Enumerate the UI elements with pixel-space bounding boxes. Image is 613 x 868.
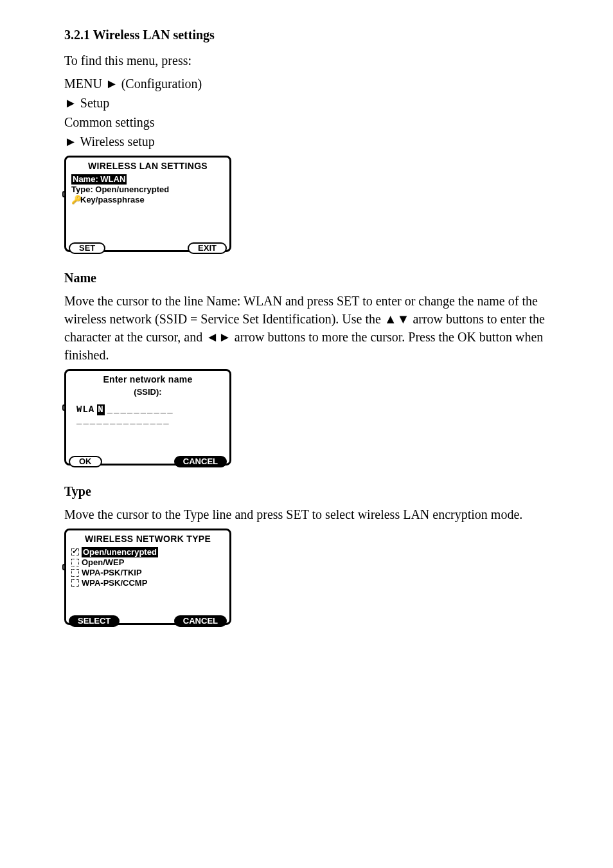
lcd-text: Key/passphrase [80,195,145,205]
ssid-dashes: __________ [107,404,174,416]
lcd-title: WIRELESS LAN SETTINGS [70,160,226,173]
checkbox-empty-icon [71,579,79,587]
cancel-button[interactable]: CANCEL [174,456,227,467]
checkbox-checked-icon [71,548,79,556]
notch-icon [62,564,66,570]
type-option-wpa-tkip[interactable]: WPA-PSK/TKIP [71,568,226,578]
ssid-input-line[interactable]: WLAN__________ [76,404,226,416]
type-option-open-wep[interactable]: Open/WEP [71,557,226,568]
subhead-name: Name [64,269,562,287]
ok-button[interactable]: OK [69,456,102,467]
ssid-prefix: WLA [76,404,94,416]
select-button[interactable]: SELECT [69,615,120,627]
cancel-button[interactable]: CANCEL [174,615,227,627]
ssid-input-line2[interactable]: ______________ [76,415,226,427]
checkbox-empty-icon [71,559,79,566]
lcd-text-highlight: Name: WLAN [71,174,127,185]
key-icon: 🔑 [71,195,78,205]
menu-path-step: Common settings [64,113,562,131]
subhead-type: Type [64,482,562,500]
ssid-cursor: N [97,404,104,416]
lcd-text: WPA-PSK/TKIP [82,568,142,578]
type-option-wpa-ccmp[interactable]: WPA-PSK/CCMP [71,578,226,588]
exit-button[interactable]: EXIT [188,242,227,254]
notch-icon [62,191,66,197]
lcd-text: Open/WEP [82,557,124,568]
lcd-title: WIRELESS NETWORK TYPE [70,533,226,546]
type-option-open-unencrypted[interactable]: Open/unencrypted [71,547,226,557]
set-button[interactable]: SET [69,242,105,254]
lcd-subtitle: (SSID): [70,386,226,398]
section-heading: 3.2.1 Wireless LAN settings [64,26,562,44]
lcd-row-type: Type: Open/unencrypted [71,185,226,195]
menu-path-step: ► Wireless setup [64,132,562,150]
lcd-row-key: 🔑 Key/passphrase [71,195,226,205]
lcd-text: Type: Open/unencrypted [71,185,169,195]
menu-path-step: MENU ► (Configuration) [64,75,562,93]
lcd-wireless-settings: WIRELESS LAN SETTINGS Name: WLAN Type: O… [64,156,231,252]
checkbox-empty-icon [71,569,79,577]
intro-text: To find this menu, press: [64,51,562,69]
menu-path-step: ► Setup [64,94,562,112]
lcd-enter-ssid: Enter network name (SSID): WLAN_________… [64,369,231,466]
lcd-text-highlight: Open/unencrypted [82,547,158,557]
lcd-network-type: WIRELESS NETWORK TYPE Open/unencrypted O… [64,529,231,625]
lcd-text: WPA-PSK/CCMP [82,578,147,588]
notch-icon [62,404,66,411]
lcd-title: Enter network name [70,374,226,386]
lcd-row-name: Name: WLAN [71,174,226,185]
name-instructions: Move the cursor to the line Name: WLAN a… [64,292,562,364]
menu-path-list: MENU ► (Configuration) ► Setup Common se… [64,75,562,150]
type-instructions: Move the cursor to the Type line and pre… [64,505,562,523]
